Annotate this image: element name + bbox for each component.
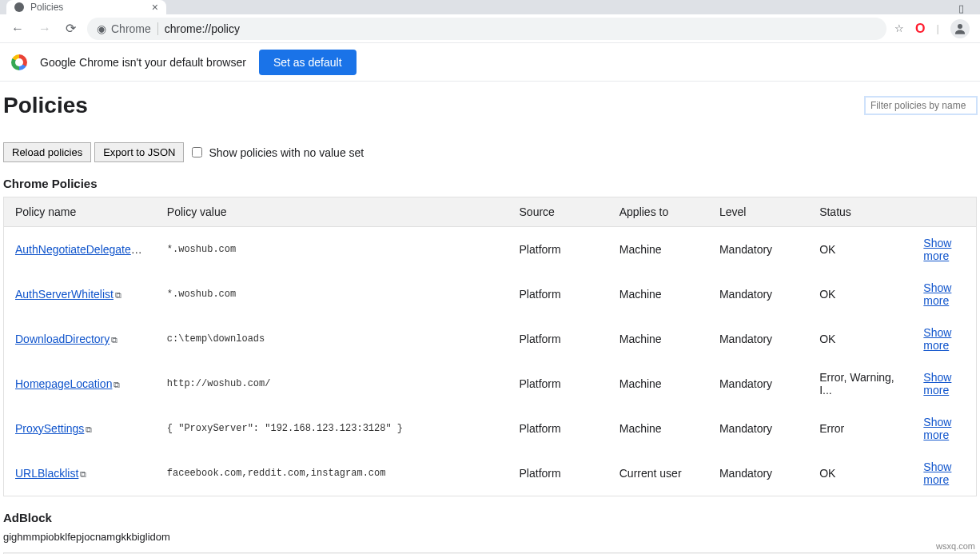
show-no-value-toggle[interactable]: Show policies with no value set (192, 146, 364, 159)
policy-status-cell: OK (808, 317, 912, 361)
adblock-heading: AdBlock (3, 511, 977, 524)
policy-name-link[interactable]: URLBlacklist (15, 467, 78, 480)
policy-name-link[interactable]: AuthNegotiateDelegate... (15, 243, 142, 256)
policy-applies-cell: Machine (608, 227, 708, 273)
default-browser-infobar: Google Chrome isn't your default browser… (0, 43, 980, 82)
show-more-cell: Show more (912, 406, 976, 451)
window-maximize-icon[interactable]: ▯ (958, 2, 980, 14)
policy-level-cell: Mandatory (708, 227, 808, 273)
action-bar: Reload policies Export to JSON Show poli… (3, 142, 977, 162)
bookmark-star-icon[interactable]: ☆ (894, 22, 904, 34)
set-default-button[interactable]: Set as default (259, 50, 357, 75)
col-level: Level (708, 197, 808, 227)
external-link-icon[interactable]: ⧉ (141, 245, 148, 255)
profile-avatar-icon[interactable] (950, 19, 970, 38)
table-row: HomepageLocation⧉http://woshub.com/Platf… (4, 361, 977, 406)
extension-area: ☆ O | (894, 19, 970, 38)
filter-input[interactable] (865, 97, 977, 114)
col-name: Policy name (4, 197, 156, 227)
policy-status-cell: Error (808, 406, 912, 451)
policy-applies-cell: Machine (608, 406, 708, 451)
policy-level-cell: Mandatory (708, 361, 808, 406)
show-no-value-checkbox[interactable] (192, 147, 202, 157)
chrome-logo-icon (11, 54, 27, 70)
col-applies: Applies to (608, 197, 708, 227)
adblock-extension-id: gighmmpiobklfepjocnamgkkbiglidom (3, 531, 977, 543)
policy-name-link[interactable]: ProxySettings (15, 422, 84, 435)
show-more-link[interactable]: Show more (923, 281, 951, 307)
policy-status-cell: Error, Warning, I... (808, 361, 912, 406)
table-row: DownloadDirectory⧉c:\temp\downloadsPlatf… (4, 317, 977, 361)
show-more-cell: Show more (912, 451, 976, 496)
policy-status-cell: OK (808, 227, 912, 273)
col-source: Source (508, 197, 608, 227)
external-link-icon[interactable]: ⧉ (114, 380, 120, 389)
policy-name-cell: DownloadDirectory⧉ (4, 317, 156, 361)
policy-applies-cell: Machine (608, 361, 708, 406)
show-more-cell: Show more (912, 361, 976, 406)
policy-level-cell: Mandatory (708, 317, 808, 361)
policy-value-cell: { "ProxyServer": "192.168.123.123:3128" … (156, 406, 508, 451)
chrome-policies-heading: Chrome Policies (3, 177, 977, 190)
policy-source-cell: Platform (508, 406, 608, 451)
url-text: chrome://policy (165, 22, 240, 35)
policy-name-link[interactable]: DownloadDirectory (15, 333, 110, 345)
show-more-link[interactable]: Show more (923, 416, 951, 441)
policy-source-cell: Platform (508, 227, 608, 273)
policy-applies-cell: Current user (608, 451, 708, 496)
show-more-link[interactable]: Show more (923, 237, 951, 262)
tab-favicon-icon (14, 2, 24, 12)
site-label: Chrome (111, 22, 151, 35)
watermark: wsxq.com (936, 541, 975, 551)
external-link-icon[interactable]: ⧉ (80, 469, 86, 479)
col-value: Policy value (156, 197, 508, 227)
omnibox-divider (157, 22, 158, 35)
policy-name-cell: URLBlacklist⧉ (4, 451, 156, 496)
export-json-button[interactable]: Export to JSON (94, 142, 184, 162)
table-row: URLBlacklist⧉faceebook.com,reddit.com,in… (4, 451, 977, 496)
forward-icon[interactable]: → (35, 18, 54, 39)
external-link-icon[interactable]: ⧉ (115, 290, 122, 300)
policy-value-cell: *.woshub.com (156, 272, 508, 317)
policy-applies-cell: Machine (608, 272, 708, 317)
back-icon[interactable]: ← (8, 18, 27, 39)
address-bar[interactable]: ◉ Chrome chrome://policy (87, 18, 886, 40)
show-more-link[interactable]: Show more (923, 460, 951, 486)
show-more-link[interactable]: Show more (923, 371, 951, 397)
table-row: AuthServerWhitelist⧉*.woshub.comPlatform… (4, 272, 977, 317)
show-more-link[interactable]: Show more (923, 326, 951, 352)
policy-source-cell: Platform (508, 272, 608, 317)
table-header-row: Policy name Policy value Source Applies … (4, 197, 977, 227)
policy-name-link[interactable]: HomepageLocation (15, 377, 112, 390)
chrome-policies-table: Policy name Policy value Source Applies … (3, 197, 977, 496)
policy-name-link[interactable]: AuthServerWhitelist (15, 288, 114, 301)
site-identity-chip[interactable]: ◉ Chrome (97, 22, 151, 35)
policy-name-cell: ProxySettings⧉ (4, 406, 156, 451)
show-more-cell: Show more (912, 272, 976, 317)
col-status: Status (808, 197, 912, 227)
policy-name-cell: AuthServerWhitelist⧉ (4, 272, 156, 317)
svg-point-0 (958, 24, 962, 29)
policy-level-cell: Mandatory (708, 272, 808, 317)
policy-level-cell: Mandatory (708, 451, 808, 496)
policy-value-cell: *.woshub.com (156, 227, 508, 273)
policy-status-cell: OK (808, 451, 912, 496)
browser-toolbar: ← → ⟳ ◉ Chrome chrome://policy ☆ O | (0, 14, 980, 43)
policy-source-cell: Platform (508, 361, 608, 406)
external-link-icon[interactable]: ⧉ (86, 424, 92, 434)
infobar-text: Google Chrome isn't your default browser (40, 56, 246, 69)
table-row: AuthNegotiateDelegate...⧉*.woshub.comPla… (4, 227, 977, 273)
opera-extension-icon[interactable]: O (915, 22, 925, 36)
tab-title: Policies (30, 2, 63, 13)
browser-tab[interactable]: Policies × (6, 0, 166, 14)
reload-icon[interactable]: ⟳ (62, 18, 79, 39)
toolbar-divider: | (936, 22, 938, 34)
chrome-icon: ◉ (97, 22, 106, 35)
table-row: ProxySettings⧉{ "ProxyServer": "192.168.… (4, 406, 977, 451)
policy-name-cell: AuthNegotiateDelegate...⧉ (4, 227, 156, 273)
reload-policies-button[interactable]: Reload policies (3, 142, 91, 162)
page-content: Policies Reload policies Export to JSON … (0, 82, 980, 554)
close-tab-icon[interactable]: × (152, 1, 158, 14)
external-link-icon[interactable]: ⧉ (111, 335, 118, 345)
policy-status-cell: OK (808, 272, 912, 317)
